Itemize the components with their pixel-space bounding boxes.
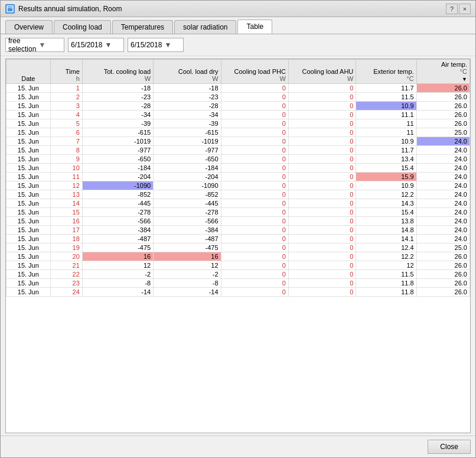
cell-air: 24.0: [416, 190, 470, 199]
calendar-icon-end: ▼: [164, 41, 181, 49]
table-row: 15. Jun 1 -18 -18 0 0 11.7 26.0: [6, 84, 470, 93]
cell-time: 1: [50, 84, 82, 93]
cell-phc: 0: [221, 261, 288, 270]
cell-dry: -487: [154, 235, 221, 243]
table-row: 15. Jun 13 -852 -852 0 0 12.2 24.0: [6, 190, 470, 199]
table-row: 15. Jun 3 -28 -28 0 0 10.9 26.0: [6, 102, 470, 111]
cell-date: 15. Jun: [6, 243, 51, 252]
cell-tot: 16: [82, 252, 153, 261]
cell-tot: -278: [82, 208, 153, 217]
cell-dry: -1090: [154, 181, 221, 190]
cell-ahu: 0: [288, 288, 356, 297]
cell-ext: 12.4: [356, 243, 416, 252]
tab-solar[interactable]: solar radiation: [174, 20, 236, 34]
cell-dry: -184: [154, 164, 221, 173]
cell-date: 15. Jun: [6, 137, 51, 146]
cell-phc: 0: [221, 146, 288, 155]
table-row: 15. Jun 10 -184 -184 0 0 15.4 24.0: [6, 164, 470, 173]
calendar-icon-start: ▼: [105, 41, 121, 49]
col-header-cool-dry: Cool. load dry W: [154, 60, 221, 84]
cell-air: 26.0: [416, 288, 470, 297]
cell-phc: 0: [221, 155, 288, 164]
col-header-air-temp[interactable]: Air temp. °C ▼: [416, 60, 470, 84]
cell-time: 14: [50, 199, 82, 208]
cell-ext: 14.3: [356, 199, 416, 208]
cell-dry: -14: [154, 288, 221, 297]
cell-dry: -384: [154, 226, 221, 235]
cell-air: 26.0: [416, 261, 470, 270]
cell-tot: -34: [82, 111, 153, 119]
cell-ext: 12.2: [356, 252, 416, 261]
cell-time: 10: [50, 164, 82, 173]
cell-date: 15. Jun: [6, 146, 51, 155]
cell-ext: 14.1: [356, 235, 416, 243]
cell-time: 8: [50, 146, 82, 155]
table-row: 15. Jun 6 -615 -615 0 0 11 25.0: [6, 128, 470, 137]
cell-ahu: 0: [288, 111, 356, 119]
cell-air: 24.0: [416, 199, 470, 208]
cell-air: 26.0: [416, 119, 470, 128]
cell-phc: 0: [221, 181, 288, 190]
cell-ext: 11.5: [356, 270, 416, 279]
cell-time: 18: [50, 235, 82, 243]
cell-date: 15. Jun: [6, 252, 51, 261]
table-body: 15. Jun 1 -18 -18 0 0 11.7 26.0 15. Jun …: [6, 84, 470, 297]
cell-phc: 0: [221, 119, 288, 128]
cell-time: 16: [50, 217, 82, 226]
selection-label: free selection: [8, 37, 36, 53]
cell-dry: -615: [154, 128, 221, 137]
col-header-time: Time h: [50, 60, 82, 84]
cell-tot: 12: [82, 261, 153, 270]
tab-cooling[interactable]: Cooling load: [54, 20, 111, 34]
title-bar: Results annual simulation, Room ? ×: [1, 1, 475, 17]
cell-phc: 0: [221, 279, 288, 288]
cell-ext: 11.5: [356, 93, 416, 102]
cell-tot: -615: [82, 128, 153, 137]
cell-air: 24.0: [416, 137, 470, 146]
cell-phc: 0: [221, 137, 288, 146]
cell-air: 26.0: [416, 270, 470, 279]
tab-overview[interactable]: Overview: [5, 20, 53, 34]
cell-date: 15. Jun: [6, 235, 51, 243]
date-picker-end[interactable]: 6/15/2018 ▼: [128, 38, 184, 52]
cell-air: 26.0: [416, 93, 470, 102]
table-wrapper[interactable]: Date Time h Tot. cooling load W Cool. lo…: [5, 59, 471, 433]
table-row: 15. Jun 15 -278 -278 0 0 15.4 24.0: [6, 208, 470, 217]
date-picker-start[interactable]: 6/15/2018 ▼: [68, 38, 124, 52]
toolbar: free selection ▼ 6/15/2018 ▼ 6/15/2018 ▼: [1, 34, 475, 56]
window-close-button[interactable]: ×: [459, 4, 471, 14]
cell-dry: 16: [154, 252, 221, 261]
tab-table[interactable]: Table: [237, 20, 272, 34]
cell-date: 15. Jun: [6, 199, 51, 208]
cell-time: 11: [50, 173, 82, 181]
selection-dropdown[interactable]: free selection ▼: [5, 38, 64, 52]
cell-dry: -650: [154, 155, 221, 164]
help-button[interactable]: ?: [446, 4, 458, 14]
cell-time: 12: [50, 181, 82, 190]
cell-air: 24.0: [416, 235, 470, 243]
tab-temperatures[interactable]: Temperatures: [112, 20, 173, 34]
cell-date: 15. Jun: [6, 279, 51, 288]
cell-ahu: 0: [288, 102, 356, 111]
cell-time: 4: [50, 111, 82, 119]
cell-date: 15. Jun: [6, 164, 51, 173]
table-container: Date Time h Tot. cooling load W Cool. lo…: [1, 56, 475, 436]
cell-tot: -487: [82, 235, 153, 243]
table-row: 15. Jun 18 -487 -487 0 0 14.1 24.0: [6, 235, 470, 243]
cell-air: 24.0: [416, 155, 470, 164]
cell-phc: 0: [221, 252, 288, 261]
cell-tot: -204: [82, 173, 153, 181]
cell-tot: -23: [82, 93, 153, 102]
close-button[interactable]: Close: [428, 440, 471, 454]
col-header-date: Date: [6, 60, 51, 84]
cell-tot: -566: [82, 217, 153, 226]
cell-air: 25.0: [416, 243, 470, 252]
cell-phc: 0: [221, 235, 288, 243]
cell-ahu: 0: [288, 119, 356, 128]
cell-tot: -852: [82, 190, 153, 199]
cell-ahu: 0: [288, 199, 356, 208]
cell-tot: -39: [82, 119, 153, 128]
cell-date: 15. Jun: [6, 173, 51, 181]
cell-dry: -39: [154, 119, 221, 128]
cell-ahu: 0: [288, 261, 356, 270]
